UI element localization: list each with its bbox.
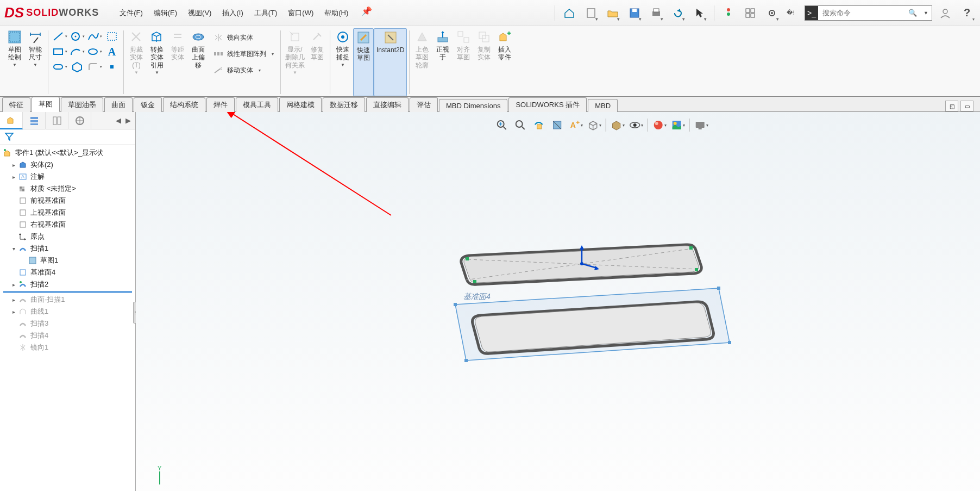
arc-tool[interactable]: ▾ — [69, 45, 85, 59]
tab-sketch-ink[interactable]: 草图油墨 — [61, 97, 103, 112]
tab-mbd-dimensions[interactable]: MBD Dimensions — [439, 99, 507, 112]
tree-right-plane[interactable]: 右视基准面 — [0, 219, 135, 231]
circle-tool[interactable]: ▾ — [69, 29, 85, 43]
tab-mold-tools[interactable]: 模具工具 — [236, 97, 278, 112]
sketch-button[interactable]: 草图 绘制▼ — [4, 28, 25, 96]
menu-edit[interactable]: 编辑(E) — [149, 6, 181, 20]
minimize-viewport-icon[interactable]: ◱ — [945, 101, 958, 111]
pin-icon[interactable]: 📌 — [361, 6, 372, 20]
smart-dimension-button[interactable]: 智能 尺寸▼ — [25, 28, 46, 96]
rapid-sketch-button[interactable]: 快速 草图 — [353, 28, 374, 96]
funnel-icon[interactable] — [4, 132, 14, 141]
section-view-icon[interactable] — [549, 117, 566, 133]
hide-show-icon[interactable]: ▾ — [628, 117, 644, 133]
save-button[interactable]: ▼ — [626, 4, 643, 22]
svg-rect-94 — [454, 303, 457, 306]
insert-part-button[interactable]: 插入 零件 — [494, 28, 515, 96]
slot-tool[interactable]: ▾ — [52, 60, 68, 74]
tree-sweep4[interactable]: 扫描4 — [0, 330, 135, 341]
tree-material[interactable]: 材质 <未指定> — [0, 183, 135, 195]
rectangle-tool[interactable]: ▾ — [52, 45, 68, 59]
tree-top-plane[interactable]: 上视基准面 — [0, 207, 135, 219]
tree-origin[interactable]: 原点 — [0, 231, 135, 243]
graphics-viewport[interactable]: A▾ ▾ ▾ ▾ ▾ ▾ ▾ — [136, 112, 980, 491]
zoom-fit-icon[interactable] — [494, 117, 510, 133]
scene-icon[interactable]: ▾ — [670, 117, 686, 133]
previous-view-icon[interactable] — [531, 117, 547, 133]
offset-on-surface-button[interactable]: 曲面 上偏 移 — [188, 28, 209, 96]
tab-solidworks-addins[interactable]: SOLIDWORKS 插件 — [508, 97, 587, 112]
tab-direct-edit[interactable]: 直接编辑 — [366, 97, 409, 112]
menu-help[interactable]: 帮助(H) — [320, 6, 353, 20]
view-settings-icon[interactable]: ▾ — [693, 117, 709, 133]
tree-sketch1[interactable]: 草图1 — [0, 254, 135, 266]
tree-front-plane[interactable]: 前视基准面 — [0, 195, 135, 207]
home-button[interactable] — [561, 4, 578, 22]
menu-file[interactable]: 文件(F) — [115, 6, 147, 20]
configuration-manager-tab[interactable] — [46, 112, 68, 129]
ellipse-tool[interactable]: ▾ — [86, 45, 103, 59]
property-manager-tab[interactable] — [23, 112, 46, 129]
point-tool[interactable] — [104, 60, 120, 74]
menu-window[interactable]: 窗口(W) — [284, 6, 318, 20]
rollback-bar[interactable] — [3, 291, 132, 293]
print-button[interactable]: ▼ — [648, 4, 665, 22]
traffic-light-icon[interactable] — [720, 4, 737, 22]
restore-icon[interactable]: �⁝ — [785, 4, 796, 22]
polygon-tool[interactable] — [69, 60, 85, 74]
tree-sweep3[interactable]: 扫描3 — [0, 318, 135, 330]
menu-tools[interactable]: 工具(T) — [250, 6, 282, 20]
tree-sweep2[interactable]: ▸扫描2 — [0, 278, 135, 290]
tree-nav-left[interactable]: ◀ — [114, 115, 123, 126]
options-layout-icon[interactable] — [742, 4, 759, 22]
search-input[interactable] — [818, 9, 905, 17]
line-tool[interactable]: ▾ — [52, 29, 68, 43]
tree-solid-bodies[interactable]: ▸实体(2) — [0, 159, 135, 171]
tab-mesh[interactable]: 网格建模 — [279, 97, 322, 112]
tab-weldments[interactable]: 焊件 — [206, 97, 235, 112]
tree-curve1[interactable]: ▸曲线1 — [0, 306, 135, 318]
tab-features[interactable]: 特征 — [2, 97, 30, 112]
zoom-area-icon[interactable] — [512, 117, 529, 133]
text-tool[interactable]: A — [104, 45, 120, 59]
quick-snap-button[interactable]: 快速 捕捉▼ — [332, 28, 353, 96]
tab-sketch[interactable]: 草图 — [32, 97, 60, 112]
help-icon[interactable]: ?▾ — [958, 4, 976, 22]
gear-icon[interactable]: ▼ — [763, 4, 781, 22]
select-button[interactable]: ▼ — [691, 4, 708, 22]
appearance-icon[interactable]: ▾ — [651, 117, 668, 133]
convert-entities-button[interactable]: 转换 实体 引用▼ — [147, 28, 167, 96]
view-orientation-icon[interactable]: ▾ — [586, 117, 602, 133]
open-button[interactable]: ▼ — [604, 4, 621, 22]
tab-data-migration[interactable]: 数据迁移 — [323, 97, 365, 112]
tab-mbd[interactable]: MBD — [588, 99, 618, 112]
tab-evaluate[interactable]: 评估 — [410, 97, 438, 112]
dynamic-annotation-icon[interactable]: A▾ — [568, 117, 584, 133]
menu-view[interactable]: 视图(V) — [184, 6, 216, 20]
normal-to-button[interactable]: 正视 于 — [432, 28, 453, 96]
dimxpert-tab[interactable] — [68, 112, 91, 129]
feature-manager-tab[interactable] — [0, 112, 23, 129]
user-icon[interactable] — [937, 4, 954, 22]
rectangle-select-tool[interactable] — [104, 29, 120, 43]
command-prompt-icon[interactable]: >_ — [805, 6, 818, 20]
undo-button[interactable]: ▼ — [669, 4, 687, 22]
search-icon[interactable]: 🔍 — [905, 9, 920, 17]
tab-sheet-metal[interactable]: 钣金 — [134, 97, 162, 112]
display-style-icon[interactable]: ▾ — [610, 117, 626, 133]
tab-structural[interactable]: 结构系统 — [163, 97, 205, 112]
tree-root[interactable]: 零件1 (默认<<默认>_显示状 — [0, 147, 135, 159]
tree-plane4[interactable]: 基准面4 — [0, 266, 135, 278]
tree-sweep1[interactable]: ▾扫描1 — [0, 243, 135, 254]
maximize-viewport-icon[interactable]: ▭ — [960, 101, 973, 111]
new-button[interactable]: ▼ — [582, 4, 600, 22]
menu-insert[interactable]: 插入(I) — [218, 6, 247, 20]
tree-annotations[interactable]: ▸A注解 — [0, 171, 135, 183]
tree-mirror1[interactable]: 镜向1 — [0, 341, 135, 353]
tree-surface-sweep1[interactable]: ▸曲面-扫描1 — [0, 294, 135, 306]
tab-surfaces[interactable]: 曲面 — [104, 97, 133, 112]
tree-nav-right[interactable]: ▶ — [123, 115, 133, 126]
search-dropdown-icon[interactable]: ▼ — [920, 10, 932, 16]
spline-tool[interactable]: ▾ — [86, 29, 103, 43]
instant2d-button[interactable]: Instant2D — [374, 28, 407, 96]
